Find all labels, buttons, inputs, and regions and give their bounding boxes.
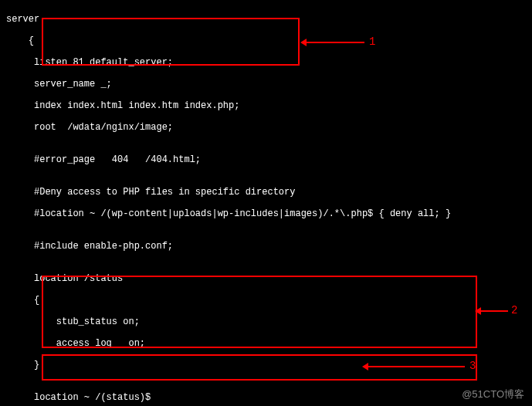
code-line: root /wdata/nginx/image; (6, 122, 532, 133)
arrow-3 (364, 366, 465, 367)
code-line: { (6, 295, 532, 306)
code-line: #Deny access to PHP files in specific di… (6, 187, 532, 198)
code-line: server (6, 14, 532, 25)
code-line: { (6, 36, 532, 46)
code-line: #location ~ /(wp-content|uploads|wp-incl… (6, 208, 532, 219)
code-line: location /status (6, 273, 532, 284)
code-line: server_name _; (6, 79, 532, 90)
annotation-label-1: 1 (369, 36, 375, 48)
code-line: } (6, 360, 532, 370)
annotation-label-3: 3 (469, 360, 476, 372)
arrow-1 (303, 42, 364, 43)
code-line: index index.html index.htm index.php; (6, 100, 532, 111)
nginx-config-code: server { listen 81 default_server; serve… (0, 0, 532, 406)
code-line: #error_page 404 /404.html; (6, 154, 532, 165)
code-line: listen 81 default_server; (6, 57, 532, 68)
annotation-label-2: 2 (511, 304, 517, 316)
watermark: @51CTO博客 (462, 387, 524, 401)
code-line: location ~ /(status)$ (6, 392, 532, 403)
code-line: #include enable-php.conf; (6, 241, 532, 252)
code-line: stub_status on; (6, 316, 532, 327)
code-line: access_log on; (6, 338, 532, 349)
arrow-2 (477, 310, 508, 312)
